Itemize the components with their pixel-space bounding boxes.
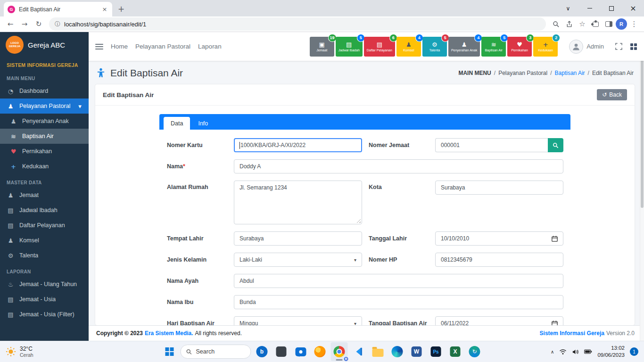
maximize-button[interactable] xyxy=(601,0,622,16)
breadcrumb-item[interactable]: Baptisan Air xyxy=(555,70,585,76)
sidebar-item-daftar-pelayanan[interactable]: ▤ Daftar Pelayanan xyxy=(0,218,89,233)
tray-chevron-icon[interactable]: ∧ xyxy=(551,349,554,354)
company-link[interactable]: Era Sistem Media. xyxy=(145,330,193,337)
start-button[interactable] xyxy=(161,342,178,361)
bing-app-icon[interactable]: b xyxy=(254,342,271,361)
back-button[interactable]: ↺ Back xyxy=(597,89,627,100)
tile-jemaat[interactable]: 19 ▣ Jemaat xyxy=(310,37,334,57)
sidebar-item-jemaat-usia-filter[interactable]: ▤ Jemaat - Usia (Filter) xyxy=(0,307,89,322)
sidebar-item-komsel[interactable]: ♟ Komsel xyxy=(0,233,89,248)
tab-search-icon[interactable]: ∨ xyxy=(557,0,579,16)
sidebar-item-talenta[interactable]: ⚙ Talenta xyxy=(0,248,89,263)
sidebar-item-kedukaan[interactable]: + Kedukaan xyxy=(0,159,89,174)
tile-jadwal-ibadah[interactable]: 5 ▤ Jadwal Ibadah xyxy=(336,37,363,57)
tile-komsel[interactable]: 4 ♟ Komsel xyxy=(396,37,421,57)
hamburger-menu-icon[interactable] xyxy=(95,44,103,49)
sidebar-item-pernikahan[interactable]: ♥ Pernikahan xyxy=(0,144,89,159)
sidebar-item-baptisan-air[interactable]: ≋ Baptisan Air xyxy=(0,129,89,144)
back-icon[interactable]: ← xyxy=(4,17,17,31)
chrome-app-icon[interactable]: R xyxy=(331,342,348,361)
search-jemaat-button[interactable] xyxy=(548,138,563,152)
nav-link-laporan[interactable]: Laporan xyxy=(198,43,222,50)
site-info-icon[interactable]: ⓘ xyxy=(55,20,60,28)
bookmark-star-icon[interactable]: ☆ xyxy=(576,18,588,30)
alamat-textarea[interactable]: Jl. Semarang 1234 xyxy=(234,181,362,224)
volume-icon[interactable] xyxy=(572,349,579,355)
sidebar-item-jemaat[interactable]: ♟ Jemaat xyxy=(0,188,89,203)
tile-kedukaan[interactable]: 2 + Kedukaan xyxy=(533,37,558,57)
tile-baptisan-air[interactable]: 5 ≋ Baptisan Air xyxy=(481,37,506,57)
tab-close-icon[interactable]: × xyxy=(101,6,108,13)
tempat-lahir-input[interactable]: Surabaya xyxy=(234,231,362,246)
nav-link-pelayanan-pastoral[interactable]: Pelayanan Pastoral xyxy=(135,43,190,50)
tile-penyerahan-anak[interactable]: 4 ♟ Penyerahan Anak xyxy=(448,37,480,57)
reload-icon[interactable]: ↻ xyxy=(32,17,45,31)
sidebar-item-jemaat-ulang-tahun[interactable]: ♨ Jemaat - Ulang Tahun xyxy=(0,277,89,292)
nama-ayah-input[interactable]: Abdul xyxy=(234,274,563,288)
tanggal-baptisan-input[interactable]: 06/11/2022 xyxy=(435,316,563,325)
chat-app-icon[interactable] xyxy=(292,342,309,361)
jenis-kelamin-select[interactable]: Laki-Laki ▾ xyxy=(234,253,362,267)
photoshop-app-icon[interactable]: Ps xyxy=(428,342,445,361)
nomer-hp-input[interactable]: 0812345679 xyxy=(435,253,563,267)
app-name-link[interactable]: Sistem Informasi Gereja xyxy=(540,330,604,337)
nomer-kartu-input[interactable]: 1000/KBA/GRJ-A/XI/2022 xyxy=(234,138,362,152)
nav-link-home[interactable]: Home xyxy=(111,43,128,50)
excel-app-icon[interactable]: X xyxy=(447,342,464,361)
sync-app-icon[interactable]: ↻ xyxy=(466,342,483,361)
new-tab-button[interactable]: + xyxy=(115,3,127,15)
minimize-button[interactable] xyxy=(579,0,601,16)
terminal-app-icon[interactable] xyxy=(273,342,290,361)
page-scrollbar[interactable] xyxy=(640,32,644,341)
sidebar-item-dashboard[interactable]: ◔ Dashboard xyxy=(0,83,89,99)
browser-menu-icon[interactable]: ⋮ xyxy=(628,18,640,30)
taskbar-search[interactable]: Search xyxy=(181,345,251,359)
word-app-icon[interactable]: W xyxy=(408,342,425,361)
breadcrumb-item[interactable]: MAIN MENU xyxy=(458,70,491,76)
apps-grid-icon[interactable] xyxy=(630,43,637,50)
vscode-app-icon[interactable] xyxy=(350,342,367,361)
breadcrumb-item-current: Edit Baptisan Air xyxy=(592,70,634,76)
sun-icon xyxy=(6,346,16,357)
firefox-app-icon[interactable] xyxy=(312,342,329,361)
tile-daftar-pelayanan[interactable]: 6 ▤ Daftar Pelayanan xyxy=(364,37,395,57)
weather-widget[interactable]: 32°C Cerah xyxy=(6,346,33,358)
wifi-icon[interactable] xyxy=(559,349,567,355)
notification-badge[interactable]: 1 xyxy=(630,347,638,356)
side-panel-icon[interactable] xyxy=(603,18,615,30)
tile-talenta[interactable]: 5 ⚙ Talenta xyxy=(422,37,447,57)
tray-time: 13:02 xyxy=(597,345,625,352)
file-explorer-app-icon[interactable] xyxy=(370,342,387,361)
scrollbar-thumb[interactable] xyxy=(641,38,644,208)
sidebar-item-pelayanan-pastoral[interactable]: ♟ Pelayanan Pastoral ▾ xyxy=(0,99,89,114)
tile-pernikahan[interactable]: 3 ♥ Pernikahan xyxy=(507,37,532,57)
kota-input[interactable]: Surabaya xyxy=(435,181,563,195)
hari-baptisan-select[interactable]: Minggu ▾ xyxy=(234,316,362,325)
breadcrumb-item[interactable]: Pelayanan Pastoral xyxy=(498,70,547,76)
sidebar-item-jemaat-usia[interactable]: ▤ Jemaat - Usia xyxy=(0,292,89,307)
extensions-icon[interactable] xyxy=(589,18,602,30)
clock[interactable]: 13:02 09/06/2023 xyxy=(597,345,625,359)
browser-tab[interactable]: G Edit Baptisan Air × xyxy=(4,2,112,16)
taskbar: 32°C Cerah Search b R W Ps X ↻ xyxy=(0,341,644,362)
battery-icon[interactable] xyxy=(584,349,592,354)
nomer-jemaat-input[interactable]: 000001 xyxy=(435,138,548,152)
tanggal-lahir-input[interactable]: 10/10/2010 xyxy=(435,231,563,246)
fullscreen-icon[interactable] xyxy=(615,43,622,50)
share-icon[interactable] xyxy=(563,18,575,30)
sidebar-item-penyerahan-anak[interactable]: ♟ Penyerahan Anak xyxy=(0,114,89,129)
sidebar-item-jadwal-ibadah[interactable]: ▤ Jadwal Ibadah xyxy=(0,203,89,218)
tab-data[interactable]: Data xyxy=(164,117,190,130)
forward-icon[interactable]: → xyxy=(18,17,31,31)
nama-input[interactable]: Doddy A xyxy=(234,159,563,173)
edge-app-icon[interactable] xyxy=(389,342,406,361)
tab-info[interactable]: Info xyxy=(191,117,215,130)
nama-ibu-input[interactable]: Bunda xyxy=(234,295,563,309)
user-menu[interactable]: Admin xyxy=(569,40,604,54)
close-button[interactable]: × xyxy=(622,0,644,16)
address-bar[interactable]: ⓘ localhost/sig/baptisanair/edit/1 xyxy=(49,17,546,31)
brand[interactable]: LOGO GEREJA Gereja ABC xyxy=(0,32,89,57)
zoom-icon[interactable] xyxy=(550,18,562,30)
profile-avatar[interactable]: R xyxy=(616,18,627,30)
top-navbar: Home Pelayanan Pastoral Laporan 19 ▣ Jem… xyxy=(89,32,644,61)
